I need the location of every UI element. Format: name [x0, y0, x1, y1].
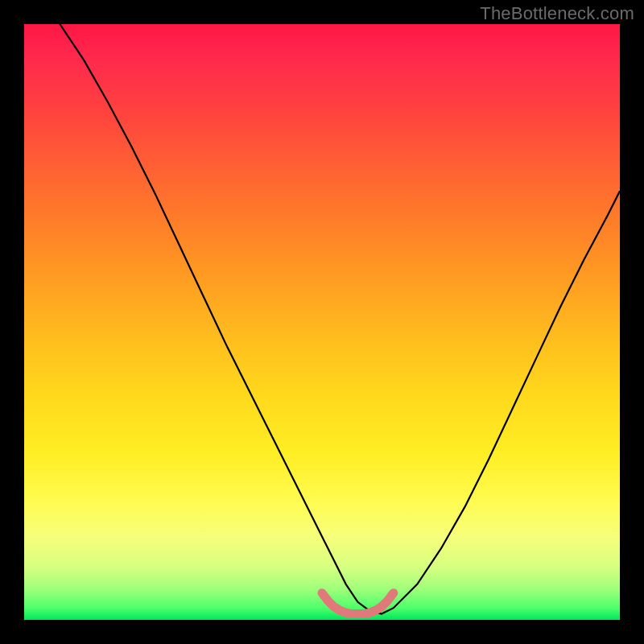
bottleneck-curve-path [60, 24, 620, 614]
optimal-zone-path [322, 593, 394, 614]
watermark-text: TheBottleneck.com [480, 3, 634, 24]
chart-gradient-background [24, 24, 620, 620]
chart-svg [24, 24, 620, 620]
